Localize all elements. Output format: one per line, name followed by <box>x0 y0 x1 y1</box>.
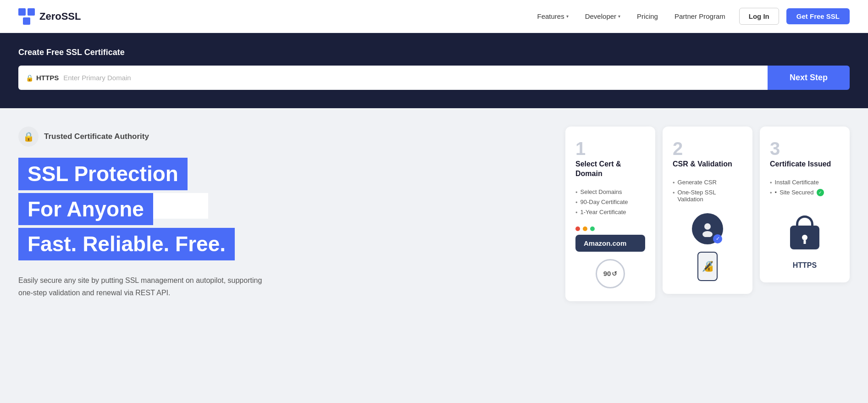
step-bullets-2: Generate CSR One-Step SSL Validation <box>673 177 742 204</box>
headline-block-2: For Anyone <box>18 193 153 226</box>
headline-block-3: Fast. Reliable. Free. <box>18 228 235 260</box>
nav-partner[interactable]: Partner Program <box>668 9 732 24</box>
lock-body <box>790 226 819 249</box>
lock-icon: 🔒 <box>26 74 33 82</box>
lock-shackle <box>796 215 813 226</box>
site-secured-check: ✓ <box>817 189 824 196</box>
login-button[interactable]: Log In <box>739 8 779 25</box>
person-icon <box>699 221 716 237</box>
svg-rect-0 <box>18 8 26 16</box>
step-title-1: Select Cert & Domain <box>575 160 645 179</box>
features-chevron-icon: ▾ <box>566 14 569 19</box>
https-prefix: 🔒 HTTPS <box>26 74 59 82</box>
step-visual-3: HTTPS <box>770 207 840 270</box>
bullet-1-3: 1-Year Certificate <box>575 207 645 217</box>
step-bullets-3: Install Certificate • Site Secured ✓ <box>770 177 840 198</box>
hero-banner: Create Free SSL Certificate 🔒 HTTPS Next… <box>0 33 868 108</box>
bullet-2-2: One-Step SSL Validation <box>673 188 742 204</box>
step-card-1: 1 Select Cert & Domain Select Domains 90… <box>565 127 655 301</box>
dots-row <box>575 226 645 231</box>
dot-yellow <box>583 226 587 231</box>
logo-area: ZeroSSL <box>18 8 81 25</box>
ca-icon-circle: 🔒 <box>18 127 39 147</box>
https-big-label: HTTPS <box>793 261 817 270</box>
nav-pricing[interactable]: Pricing <box>630 9 664 24</box>
dot-red <box>575 226 580 231</box>
check-badge: ✓ <box>713 234 722 243</box>
bullet-1-2: 90-Day Certificate <box>575 197 645 207</box>
hero-banner-title: Create Free SSL Certificate <box>18 48 850 57</box>
nav-features[interactable]: Features ▾ <box>531 9 575 24</box>
domain-form: 🔒 HTTPS Next Step <box>18 66 850 90</box>
right-cards: 1 Select Cert & Domain Select Domains 90… <box>565 127 850 301</box>
next-step-button[interactable]: Next Step <box>768 66 850 90</box>
svg-point-4 <box>702 231 713 237</box>
headline-block-1: SSL Protection <box>18 158 188 190</box>
lock-keyhole <box>802 235 807 240</box>
step-card-3: 3 Certificate Issued Install Certificate… <box>760 127 850 282</box>
chat-bubble: Amazon.com <box>575 235 645 252</box>
trusted-ca-label: Trusted Certificate Authority <box>44 132 149 141</box>
step-number-3: 3 <box>770 139 840 158</box>
nav-developer[interactable]: Developer ▾ <box>579 9 627 24</box>
phone-fingerprint-icon: 🔏 <box>697 252 718 281</box>
step-visual-1: Amazon.com 90 ↺ <box>575 226 645 288</box>
logo-icon <box>18 8 35 25</box>
hero-headline: SSL Protection For Anyone Fast. Reliable… <box>18 158 547 260</box>
svg-rect-2 <box>23 17 30 25</box>
step-bullets-1: Select Domains 90-Day Certificate 1-Year… <box>575 187 645 217</box>
bullet-3-1: Install Certificate <box>770 177 840 188</box>
step-card-2: 2 CSR & Validation Generate CSR One-Step… <box>663 127 752 294</box>
get-free-ssl-button[interactable]: Get Free SSL <box>786 8 850 24</box>
step-number-2: 2 <box>673 139 742 158</box>
bullet-1-1: Select Domains <box>575 187 645 197</box>
circle-90: 90 ↺ <box>596 259 625 288</box>
hero-description: Easily secure any site by putting SSL ma… <box>18 274 266 299</box>
trusted-ca-row: 🔒 Trusted Certificate Authority <box>18 127 547 147</box>
dot-green <box>590 226 595 231</box>
svg-rect-1 <box>28 8 35 16</box>
white-spacer <box>153 193 208 219</box>
svg-point-3 <box>704 223 711 230</box>
logo-text: ZeroSSL <box>39 11 81 22</box>
nav-links: Features ▾ Developer ▾ Pricing Partner P… <box>531 8 850 25</box>
arrow-icon: ↺ <box>612 270 617 277</box>
main-content: 🔒 Trusted Certificate Authority SSL Prot… <box>0 108 868 329</box>
step-title-3: Certificate Issued <box>770 160 840 169</box>
lock-big-icon <box>790 215 819 249</box>
bullet-3-2: • Site Secured ✓ <box>770 188 840 198</box>
step-title-2: CSR & Validation <box>673 160 742 169</box>
domain-input[interactable] <box>63 66 760 90</box>
domain-input-wrapper: 🔒 HTTPS <box>18 66 768 90</box>
bullet-2-1: Generate CSR <box>673 177 742 188</box>
step-number-1: 1 <box>575 139 645 158</box>
navbar: ZeroSSL Features ▾ Developer ▾ Pricing P… <box>0 0 868 33</box>
person-icon-circle: ✓ <box>692 213 723 244</box>
left-section: 🔒 Trusted Certificate Authority SSL Prot… <box>18 127 547 299</box>
step-visual-2: ✓ 🔏 <box>673 213 742 281</box>
developer-chevron-icon: ▾ <box>618 14 620 19</box>
